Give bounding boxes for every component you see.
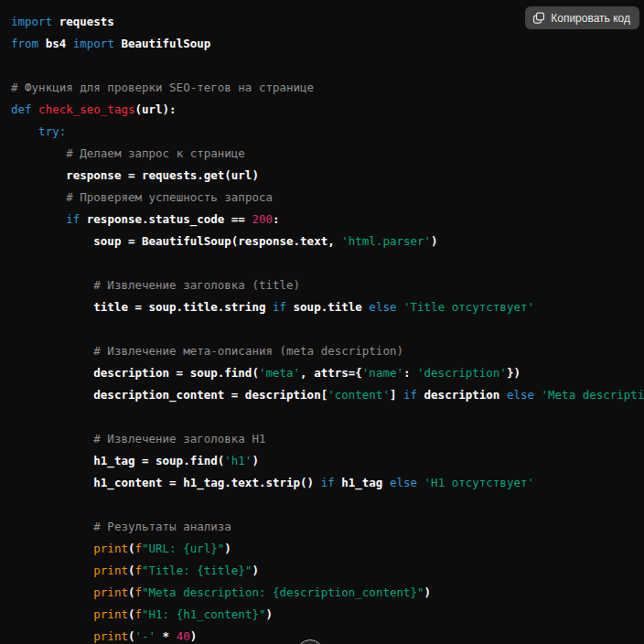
code-line [11,318,644,340]
code-line: # Извлечение заголовка H1 [11,428,644,450]
code-line: from bs4 import BeautifulSoup [11,33,644,55]
code-line: # Функция для проверки SEO-тегов на стра… [11,77,644,99]
code-line: # Извлечение заголовка (title) [11,274,644,296]
code-line: # Результаты анализа [11,516,644,538]
code-line: if response.status_code == 200: [11,209,644,231]
code-line: print(f"Title: {title}") [11,560,644,582]
code-line: def check_seo_tags(url): [11,99,644,121]
code-line: try: [11,121,644,143]
code-line [11,252,644,274]
code-line: print(f"Meta description: {description_c… [11,582,644,604]
code-block: import requestsfrom bs4 import Beautiful… [0,0,644,644]
code-line: # Проверяем успешность запроса [11,187,644,209]
code-line: response = requests.get(url) [11,165,644,187]
code-line: print('-' * 40) [11,626,644,644]
copy-code-button[interactable]: Копировать код [525,6,639,29]
code-line: # Делаем запрос к странице [11,143,644,165]
code-line: # Извлечение мета-описания (meta descrip… [11,340,644,362]
code-line: h1_tag = soup.find('h1') [11,450,644,472]
code-line: print(f"URL: {url}") [11,538,644,560]
copy-icon [532,12,545,25]
code-line: h1_content = h1_tag.text.strip() if h1_t… [11,472,644,494]
code-line: print(f"H1: {h1_content}") [11,604,644,626]
code-line: soup = BeautifulSoup(response.text, 'htm… [11,231,644,252]
copy-code-label: Копировать код [551,12,630,25]
code-line: description = soup.find('meta', attrs={'… [11,362,644,384]
code-line [11,494,644,516]
code-line: title = soup.title.string if soup.title … [11,296,644,318]
code-line: description_content = description['conte… [11,384,644,406]
code-line [11,406,644,428]
code-line [11,55,644,77]
